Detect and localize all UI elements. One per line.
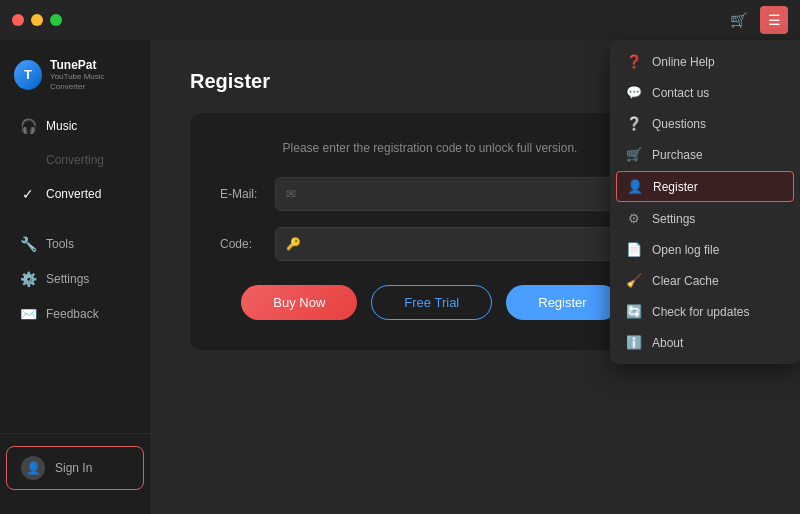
free-trial-button[interactable]: Free Trial — [371, 285, 492, 320]
menu-item-settings[interactable]: ⚙ Settings — [610, 203, 800, 234]
sidebar-item-music[interactable]: 🎧 Music — [6, 109, 144, 143]
email-input[interactable]: ✉ — [275, 177, 640, 211]
buy-now-button[interactable]: Buy Now — [241, 285, 357, 320]
sidebar-item-tools[interactable]: 🔧 Tools — [6, 227, 144, 261]
minimize-button[interactable] — [31, 14, 43, 26]
code-label: Code: — [220, 237, 275, 251]
menu-item-contact-us[interactable]: 💬 Contact us — [610, 77, 800, 108]
cart-icon[interactable]: 🛒 — [724, 6, 752, 34]
menu-label-open-log-file: Open log file — [652, 243, 719, 257]
clear-cache-icon: 🧹 — [626, 273, 642, 288]
sign-in-label: Sign In — [55, 461, 92, 475]
sidebar-label-converted: Converted — [46, 187, 101, 201]
menu-label-about: About — [652, 336, 683, 350]
sidebar-logo: T TunePat YouTube Music Converter — [0, 52, 150, 108]
logo-text: TunePat YouTube Music Converter — [50, 58, 136, 92]
logo-icon: T — [14, 60, 42, 90]
menu-label-check-for-updates: Check for updates — [652, 305, 749, 319]
menu-item-online-help[interactable]: ❓ Online Help — [610, 46, 800, 77]
menu-label-settings: Settings — [652, 212, 695, 226]
code-row: Code: 🔑 — [220, 227, 640, 261]
purchase-icon: 🛒 — [626, 147, 642, 162]
register-card: Please enter the registration code to un… — [190, 113, 670, 350]
sidebar-bottom: 👤 Sign In — [0, 433, 150, 502]
logo-subtitle: YouTube Music Converter — [50, 72, 136, 91]
title-bar: 🛒 ☰ — [0, 0, 800, 40]
menu-item-purchase[interactable]: 🛒 Purchase — [610, 139, 800, 170]
settings-menu-icon: ⚙ — [626, 211, 642, 226]
email-input-icon: ✉ — [286, 187, 296, 201]
register-button[interactable]: Register — [506, 285, 618, 320]
menu-item-check-for-updates[interactable]: 🔄 Check for updates — [610, 296, 800, 327]
close-button[interactable] — [12, 14, 24, 26]
feedback-icon: ✉️ — [20, 306, 36, 322]
menu-label-purchase: Purchase — [652, 148, 703, 162]
sidebar-item-converted[interactable]: ✓ Converted — [6, 177, 144, 211]
sidebar-item-feedback[interactable]: ✉️ Feedback — [6, 297, 144, 331]
sidebar: T TunePat YouTube Music Converter 🎧 Musi… — [0, 40, 150, 514]
sidebar-item-converting[interactable]: Converting — [6, 144, 144, 176]
dropdown-menu: ❓ Online Help 💬 Contact us ❔ Questions 🛒… — [610, 40, 800, 364]
sign-in-avatar-icon: 👤 — [21, 456, 45, 480]
register-hint: Please enter the registration code to un… — [220, 141, 640, 155]
menu-item-questions[interactable]: ❔ Questions — [610, 108, 800, 139]
menu-icon[interactable]: ☰ — [760, 6, 788, 34]
online-help-icon: ❓ — [626, 54, 642, 69]
menu-label-questions: Questions — [652, 117, 706, 131]
menu-item-register[interactable]: 👤 Register — [616, 171, 794, 202]
menu-item-about[interactable]: ℹ️ About — [610, 327, 800, 358]
menu-label-online-help: Online Help — [652, 55, 715, 69]
questions-icon: ❔ — [626, 116, 642, 131]
button-row: Buy Now Free Trial Register — [220, 285, 640, 320]
email-row: E-Mail: ✉ — [220, 177, 640, 211]
traffic-lights — [12, 14, 62, 26]
tools-icon: 🔧 — [20, 236, 36, 252]
contact-us-icon: 💬 — [626, 85, 642, 100]
sidebar-label-feedback: Feedback — [46, 307, 99, 321]
open-log-icon: 📄 — [626, 242, 642, 257]
logo-name: TunePat — [50, 58, 136, 72]
sidebar-nav: 🎧 Music Converting ✓ Converted 🔧 Tools ⚙… — [0, 108, 150, 433]
menu-label-contact-us: Contact us — [652, 86, 709, 100]
sidebar-label-music: Music — [46, 119, 77, 133]
title-bar-actions: 🛒 ☰ — [724, 6, 788, 34]
code-input-icon: 🔑 — [286, 237, 301, 251]
settings-icon: ⚙️ — [20, 271, 36, 287]
register-menu-icon: 👤 — [627, 179, 643, 194]
check-updates-icon: 🔄 — [626, 304, 642, 319]
converted-icon: ✓ — [20, 186, 36, 202]
menu-item-clear-cache[interactable]: 🧹 Clear Cache — [610, 265, 800, 296]
sidebar-label-tools: Tools — [46, 237, 74, 251]
code-input[interactable]: 🔑 — [275, 227, 640, 261]
menu-label-register: Register — [653, 180, 698, 194]
sidebar-label-settings: Settings — [46, 272, 89, 286]
music-icon: 🎧 — [20, 118, 36, 134]
menu-item-open-log-file[interactable]: 📄 Open log file — [610, 234, 800, 265]
about-icon: ℹ️ — [626, 335, 642, 350]
menu-label-clear-cache: Clear Cache — [652, 274, 719, 288]
sign-in-button[interactable]: 👤 Sign In — [6, 446, 144, 490]
maximize-button[interactable] — [50, 14, 62, 26]
sidebar-label-converting: Converting — [46, 153, 104, 167]
email-label: E-Mail: — [220, 187, 275, 201]
sidebar-item-settings[interactable]: ⚙️ Settings — [6, 262, 144, 296]
